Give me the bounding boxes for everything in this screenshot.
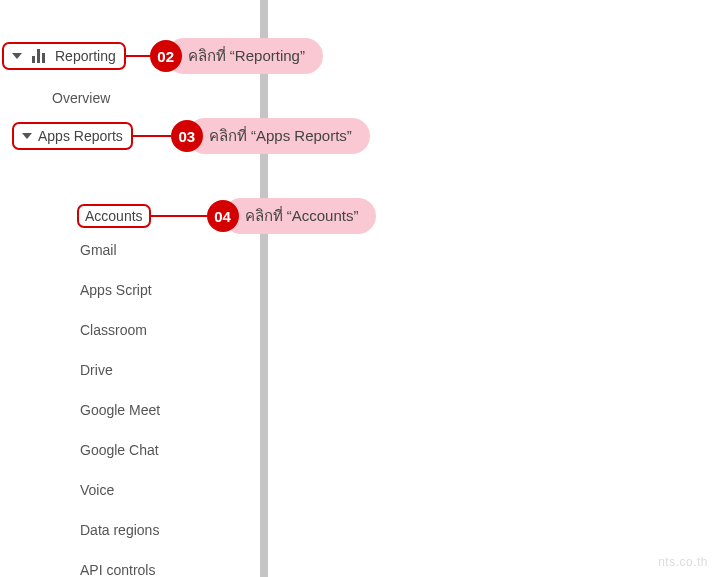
row-apps-reports: Apps Reports 03 คลิกที่ “Apps Reports”: [12, 118, 370, 154]
sidebar-item-voice[interactable]: Voice: [80, 482, 114, 498]
sidebar-item-apps-script[interactable]: Apps Script: [80, 282, 152, 298]
list-item-label: Gmail: [80, 242, 117, 258]
row-reporting: Reporting 02 คลิกที่ “Reporting”: [2, 38, 323, 74]
watermark: nts.co.th: [658, 555, 708, 569]
list-item-label: Classroom: [80, 322, 147, 338]
apps-reports-label: Apps Reports: [38, 128, 123, 144]
caret-down-icon: [12, 53, 22, 59]
reporting-label: Reporting: [55, 48, 116, 64]
step-badge-02: 02: [150, 40, 182, 72]
step-badge-03: 03: [171, 120, 203, 152]
apps-reports-menu[interactable]: Apps Reports: [12, 122, 133, 150]
list-item-label: Data regions: [80, 522, 159, 538]
list-item-label: Apps Script: [80, 282, 152, 298]
list-item-label: Voice: [80, 482, 114, 498]
connector-line: [151, 215, 207, 217]
connector-line: [133, 135, 171, 137]
list-item-label: Google Meet: [80, 402, 160, 418]
step-badge-04: 04: [207, 200, 239, 232]
accounts-label: Accounts: [85, 208, 143, 224]
vertical-divider: [260, 0, 268, 577]
sidebar-item-overview[interactable]: Overview: [52, 90, 110, 106]
step-instruction-02: คลิกที่ “Reporting”: [166, 38, 323, 74]
sidebar-item-classroom[interactable]: Classroom: [80, 322, 147, 338]
step-instruction-03: คลิกที่ “Apps Reports”: [187, 118, 370, 154]
reporting-menu[interactable]: Reporting: [2, 42, 126, 70]
connector-line: [126, 55, 150, 57]
list-item-label: API controls: [80, 562, 155, 577]
accounts-item[interactable]: Accounts: [77, 204, 151, 228]
overview-label: Overview: [52, 90, 110, 106]
caret-down-icon: [22, 133, 32, 139]
sidebar-item-google-chat[interactable]: Google Chat: [80, 442, 159, 458]
step-instruction-04: คลิกที่ “Accounts”: [223, 198, 377, 234]
row-accounts: Accounts 04 คลิกที่ “Accounts”: [77, 198, 376, 234]
list-item-label: Google Chat: [80, 442, 159, 458]
sidebar-item-drive[interactable]: Drive: [80, 362, 113, 378]
bar-chart-icon: [32, 49, 45, 63]
sidebar-item-data-regions[interactable]: Data regions: [80, 522, 159, 538]
sidebar-item-api-controls[interactable]: API controls: [80, 562, 155, 577]
list-item-label: Drive: [80, 362, 113, 378]
sidebar-item-google-meet[interactable]: Google Meet: [80, 402, 160, 418]
sidebar-item-gmail[interactable]: Gmail: [80, 242, 117, 258]
